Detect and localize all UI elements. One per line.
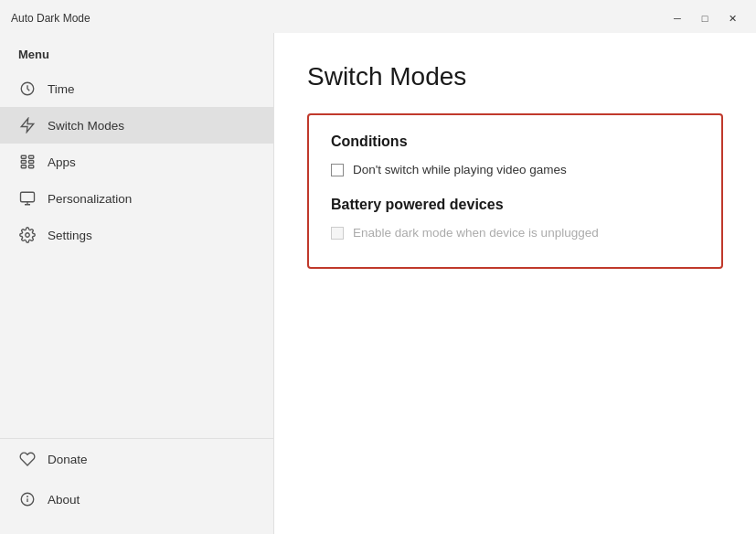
app-body: Menu Time Switch Modes bbox=[0, 33, 756, 534]
sidebar-label-apps: Apps bbox=[48, 155, 76, 169]
video-games-checkbox[interactable] bbox=[331, 164, 344, 176]
sidebar-item-switch-modes[interactable]: Switch Modes bbox=[0, 107, 273, 144]
sidebar-item-time[interactable]: Time bbox=[0, 70, 273, 107]
video-games-label: Don't switch while playing video games bbox=[353, 163, 567, 176]
unplugged-label: Enable dark mode when device is unplugge… bbox=[353, 226, 599, 240]
apps-icon bbox=[18, 153, 37, 171]
svg-rect-6 bbox=[29, 161, 34, 164]
sidebar-label-donate: Donate bbox=[48, 453, 88, 466]
conditions-box: Conditions Don't switch while playing vi… bbox=[307, 113, 723, 269]
sidebar-label-switch-modes: Switch Modes bbox=[48, 119, 124, 133]
unplugged-checkbox[interactable] bbox=[331, 227, 344, 240]
title-bar: Auto Dark Mode ─ □ ✕ bbox=[0, 0, 756, 33]
sidebar-label-settings: Settings bbox=[48, 229, 92, 242]
heart-icon bbox=[18, 450, 37, 468]
sidebar: Menu Time Switch Modes bbox=[0, 33, 274, 534]
conditions-title: Conditions bbox=[331, 134, 699, 150]
sidebar-item-apps[interactable]: Apps bbox=[0, 144, 273, 180]
battery-title: Battery powered devices bbox=[331, 197, 699, 213]
sidebar-bottom: Donate About bbox=[0, 438, 273, 534]
svg-point-9 bbox=[26, 233, 30, 238]
sidebar-item-settings[interactable]: Settings bbox=[0, 217, 273, 253]
unplugged-row: Enable dark mode when device is unplugge… bbox=[331, 226, 699, 240]
minimize-button[interactable]: ─ bbox=[665, 9, 690, 27]
video-games-row: Don't switch while playing video games bbox=[331, 163, 699, 176]
info-icon bbox=[18, 490, 37, 508]
sidebar-item-about[interactable]: About bbox=[0, 479, 273, 519]
main-content: Switch Modes Conditions Don't switch whi… bbox=[274, 33, 756, 534]
conditions-section: Conditions Don't switch while playing vi… bbox=[331, 134, 699, 176]
maximize-button[interactable]: □ bbox=[692, 9, 718, 27]
svg-rect-8 bbox=[21, 192, 35, 202]
svg-rect-5 bbox=[29, 155, 34, 158]
battery-section: Battery powered devices Enable dark mode… bbox=[331, 197, 699, 240]
page-title: Switch Modes bbox=[307, 62, 723, 91]
sidebar-label-time: Time bbox=[48, 82, 75, 96]
svg-rect-7 bbox=[29, 166, 34, 168]
app-title: Auto Dark Mode bbox=[11, 12, 91, 25]
personalization-icon bbox=[18, 189, 37, 208]
window-controls: ─ □ ✕ bbox=[665, 9, 745, 27]
menu-label: Menu bbox=[0, 33, 273, 70]
sidebar-item-donate[interactable]: Donate bbox=[0, 439, 273, 479]
sidebar-label-personalization: Personalization bbox=[48, 192, 132, 206]
settings-icon bbox=[18, 226, 37, 244]
sidebar-nav: Time Switch Modes bbox=[0, 70, 273, 438]
lightning-icon bbox=[18, 116, 37, 134]
svg-marker-1 bbox=[21, 119, 34, 133]
close-button[interactable]: ✕ bbox=[719, 9, 745, 27]
clock-icon bbox=[18, 80, 37, 98]
sidebar-item-personalization[interactable]: Personalization bbox=[0, 180, 273, 217]
svg-rect-3 bbox=[21, 161, 26, 164]
svg-rect-4 bbox=[21, 166, 26, 168]
sidebar-label-about: About bbox=[48, 493, 80, 507]
svg-rect-2 bbox=[21, 155, 26, 158]
